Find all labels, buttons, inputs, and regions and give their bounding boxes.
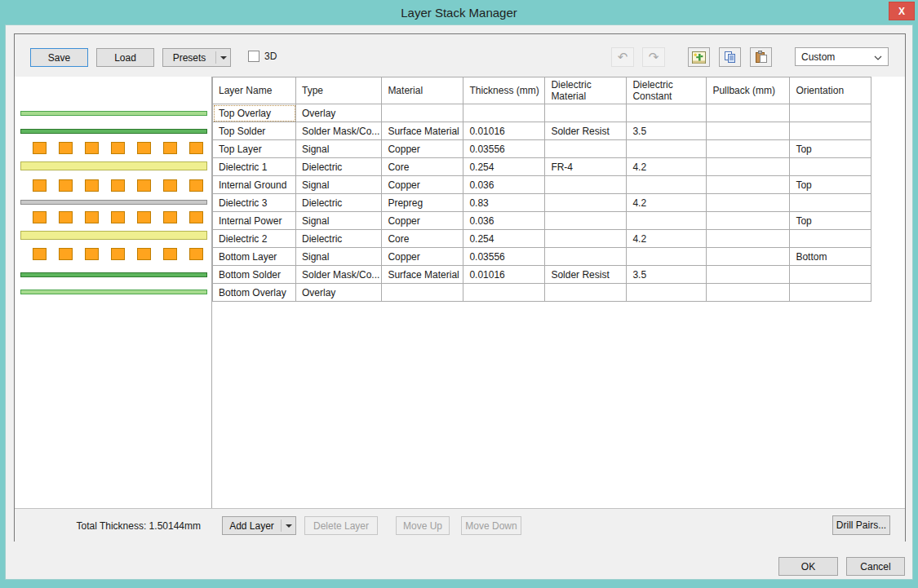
- cell-orientation[interactable]: Bottom: [790, 248, 871, 266]
- cell-thickness-mm-[interactable]: 0.01016: [463, 122, 545, 140]
- cell-layer-name[interactable]: Bottom Overlay: [213, 284, 296, 302]
- cell-material[interactable]: Surface Material: [382, 266, 463, 284]
- cell-orientation[interactable]: [790, 104, 871, 122]
- cell-dielectric-material[interactable]: Solder Resist: [545, 122, 627, 140]
- cell-pullback-mm-[interactable]: [707, 122, 790, 140]
- cell-dielectric-constant[interactable]: [627, 284, 707, 302]
- cell-thickness-mm-[interactable]: [463, 284, 545, 302]
- close-icon[interactable]: X: [889, 2, 915, 20]
- cell-material[interactable]: Copper: [382, 176, 463, 194]
- cell-material[interactable]: Copper: [382, 140, 463, 158]
- drill-pairs-button[interactable]: Drill Pairs...: [832, 515, 890, 535]
- cell-pullback-mm-[interactable]: [707, 140, 790, 158]
- add-layer-button[interactable]: Add Layer: [222, 516, 296, 535]
- checkbox-box[interactable]: [248, 51, 259, 62]
- cell-layer-name[interactable]: Bottom Solder: [213, 266, 296, 284]
- cell-dielectric-constant[interactable]: 3.5: [627, 122, 707, 140]
- cell-dielectric-constant[interactable]: 4.2: [627, 194, 707, 212]
- cell-thickness-mm-[interactable]: 0.03556: [463, 140, 545, 158]
- cell-dielectric-material[interactable]: [545, 194, 627, 212]
- cell-material[interactable]: Copper: [382, 248, 463, 266]
- cell-type[interactable]: Overlay: [296, 104, 382, 122]
- cell-type[interactable]: Dielectric: [296, 158, 382, 176]
- cell-orientation[interactable]: Top: [790, 140, 871, 158]
- move-down-button[interactable]: Move Down: [461, 516, 521, 535]
- delete-layer-button[interactable]: Delete Layer: [304, 516, 378, 535]
- cell-type[interactable]: Signal: [296, 248, 382, 266]
- cell-type[interactable]: Solder Mask/Co...: [296, 122, 382, 140]
- cell-material[interactable]: Copper: [382, 212, 463, 230]
- cell-dielectric-constant[interactable]: [627, 248, 707, 266]
- cell-dielectric-material[interactable]: [545, 212, 627, 230]
- cell-layer-name[interactable]: Top Overlay: [213, 104, 296, 122]
- cell-thickness-mm-[interactable]: 0.03556: [463, 248, 545, 266]
- save-button[interactable]: Save: [30, 48, 88, 67]
- cell-dielectric-constant[interactable]: [627, 176, 707, 194]
- cell-dielectric-constant[interactable]: [627, 104, 707, 122]
- cell-material[interactable]: Surface Material: [382, 122, 463, 140]
- titlebar[interactable]: Layer Stack Manager: [0, 0, 918, 24]
- cell-layer-name[interactable]: Dielectric 2: [213, 230, 296, 248]
- cell-dielectric-constant[interactable]: 4.2: [627, 230, 707, 248]
- cell-thickness-mm-[interactable]: 0.036: [463, 212, 545, 230]
- cell-dielectric-material[interactable]: [545, 176, 627, 194]
- cell-pullback-mm-[interactable]: [707, 230, 790, 248]
- cell-pullback-mm-[interactable]: [707, 194, 790, 212]
- undo-icon[interactable]: ↶: [611, 47, 634, 67]
- cell-material[interactable]: Prepreg: [382, 194, 463, 212]
- cell-orientation[interactable]: [790, 194, 871, 212]
- cell-material[interactable]: Core: [382, 158, 463, 176]
- cell-layer-name[interactable]: Dielectric 1: [213, 158, 296, 176]
- cell-dielectric-material[interactable]: [545, 248, 627, 266]
- cell-orientation[interactable]: [790, 284, 871, 302]
- cell-orientation[interactable]: [790, 266, 871, 284]
- ok-button[interactable]: OK: [778, 557, 838, 576]
- cell-dielectric-material[interactable]: [545, 140, 627, 158]
- cell-dielectric-material[interactable]: FR-4: [545, 158, 627, 176]
- cell-layer-name[interactable]: Top Layer: [213, 140, 296, 158]
- cell-pullback-mm-[interactable]: [707, 266, 790, 284]
- cell-orientation[interactable]: [790, 122, 871, 140]
- cell-layer-name[interactable]: Dielectric 3: [213, 194, 296, 212]
- cell-type[interactable]: Dielectric: [296, 230, 382, 248]
- cell-dielectric-constant[interactable]: 4.2: [627, 158, 707, 176]
- cell-orientation[interactable]: Top: [790, 176, 871, 194]
- presets-button[interactable]: Presets: [162, 48, 231, 67]
- cell-thickness-mm-[interactable]: [463, 104, 545, 122]
- cell-dielectric-material[interactable]: Solder Resist: [545, 266, 627, 284]
- cell-material[interactable]: [382, 284, 463, 302]
- cell-dielectric-constant[interactable]: [627, 140, 707, 158]
- cell-thickness-mm-[interactable]: 0.01016: [463, 266, 545, 284]
- cell-material[interactable]: Core: [382, 230, 463, 248]
- cell-orientation[interactable]: [790, 230, 871, 248]
- cell-dielectric-constant[interactable]: 3.5: [627, 266, 707, 284]
- cell-dielectric-constant[interactable]: [627, 212, 707, 230]
- cell-layer-name[interactable]: Internal Ground: [213, 176, 296, 194]
- cell-type[interactable]: Signal: [296, 176, 382, 194]
- cell-thickness-mm-[interactable]: 0.036: [463, 176, 545, 194]
- cell-pullback-mm-[interactable]: [707, 176, 790, 194]
- cell-type[interactable]: Signal: [296, 212, 382, 230]
- redo-icon[interactable]: ↷: [642, 47, 665, 67]
- cell-material[interactable]: [382, 104, 463, 122]
- chevron-down-icon[interactable]: [282, 524, 295, 528]
- cell-thickness-mm-[interactable]: 0.83: [463, 194, 545, 212]
- cell-pullback-mm-[interactable]: [707, 248, 790, 266]
- cell-thickness-mm-[interactable]: 0.254: [463, 230, 545, 248]
- cell-dielectric-material[interactable]: [545, 230, 627, 248]
- cell-type[interactable]: Signal: [296, 140, 382, 158]
- cell-thickness-mm-[interactable]: 0.254: [463, 158, 545, 176]
- chevron-down-icon[interactable]: [216, 56, 230, 60]
- cell-pullback-mm-[interactable]: [707, 212, 790, 230]
- cell-orientation[interactable]: [790, 158, 871, 176]
- cell-layer-name[interactable]: Top Solder: [213, 122, 296, 140]
- cell-pullback-mm-[interactable]: [707, 158, 790, 176]
- cell-layer-name[interactable]: Internal Power: [213, 212, 296, 230]
- cell-pullback-mm-[interactable]: [707, 284, 790, 302]
- paste-icon[interactable]: [750, 47, 772, 67]
- copy-icon[interactable]: [719, 47, 741, 67]
- cell-dielectric-material[interactable]: [545, 284, 627, 302]
- 3d-checkbox[interactable]: 3D: [248, 51, 277, 62]
- cell-type[interactable]: Solder Mask/Co...: [296, 266, 382, 284]
- preset-select[interactable]: Custom: [795, 47, 889, 66]
